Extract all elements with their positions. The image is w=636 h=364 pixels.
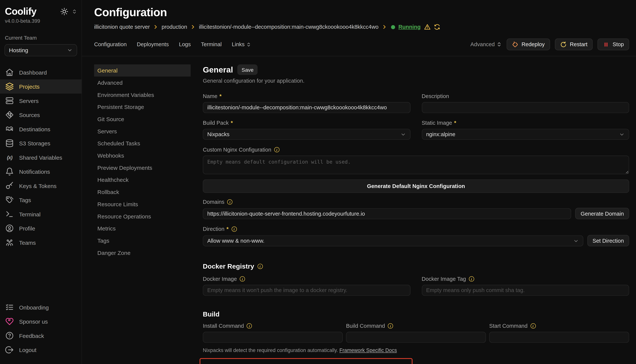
subnav-rollback[interactable]: Rollback <box>94 186 190 198</box>
subnav-danger-zone[interactable]: Danger Zone <box>94 247 190 259</box>
save-button[interactable]: Save <box>238 64 258 75</box>
theme-selector-chevrons-icon[interactable] <box>72 9 77 14</box>
users-icon <box>5 238 14 246</box>
database-icon <box>5 139 14 148</box>
subnav-advanced[interactable]: Advanced <box>94 77 190 89</box>
sidebar-item-destinations[interactable]: Destinations <box>0 122 82 136</box>
breadcrumb-environment[interactable]: production <box>161 24 187 30</box>
advanced-dropdown[interactable]: Advanced <box>470 41 502 47</box>
help-circle-icon <box>5 331 14 340</box>
warning-triangle-icon[interactable] <box>424 24 431 30</box>
static-image-select[interactable]: nginx:alpine <box>421 129 629 140</box>
tab-links-label: Links <box>232 41 245 47</box>
subnav-environment-variables[interactable]: Environment Variables <box>94 89 190 101</box>
chevron-right-icon <box>190 24 195 30</box>
sidebar-item-dashboard[interactable]: Dashboard <box>0 65 82 79</box>
sidebar-item-sponsor-us[interactable]: Sponsor us <box>0 314 82 328</box>
sidebar-item-s3-storages[interactable]: S3 Storages <box>0 136 82 150</box>
sidebar-item-keys-tokens[interactable]: Keys & Tokens <box>0 178 82 193</box>
tab-links[interactable]: Links <box>232 41 251 47</box>
restart-label: Restart <box>570 41 587 47</box>
sidebar-item-terminal[interactable]: Terminal <box>0 207 82 221</box>
subnav-general[interactable]: General <box>94 64 190 77</box>
subnav-git-source[interactable]: Git Source <box>94 113 190 125</box>
sidebar-item-label: Destinations <box>19 126 50 132</box>
description-label: Description <box>421 93 449 99</box>
sun-icon[interactable] <box>60 8 68 16</box>
build-command-label: Build Command <box>346 323 385 329</box>
generate-nginx-button[interactable]: Generate Default Nginx Configuration <box>203 180 629 193</box>
chevron-right-icon <box>153 24 158 30</box>
sidebar-item-label: S3 Storages <box>19 140 50 146</box>
build-pack-select[interactable]: Nixpacks <box>203 129 410 140</box>
sidebar-item-shared-variables[interactable]: (x) Shared Variables <box>0 150 82 164</box>
sidebar-item-logout[interactable]: Logout <box>0 343 82 357</box>
refresh-icon[interactable] <box>434 24 440 30</box>
breadcrumb-project[interactable]: illicitonion quote server <box>94 24 150 30</box>
sidebar-item-servers[interactable]: Servers <box>0 94 82 108</box>
subnav-preview-deployments[interactable]: Preview Deployments <box>94 162 190 174</box>
tab-deployments[interactable]: Deployments <box>137 41 169 47</box>
stop-label: Stop <box>613 41 624 47</box>
custom-nginx-label: Custom Nginx Configuration <box>203 147 271 153</box>
info-icon: i <box>232 226 237 232</box>
framework-docs-link[interactable]: Framework Specific Docs <box>339 348 397 353</box>
generate-domain-button[interactable]: Generate Domain <box>575 208 629 219</box>
sidebar-item-label: Dashboard <box>19 69 47 76</box>
tab-logs[interactable]: Logs <box>179 41 191 47</box>
sidebar-item-tags[interactable]: Tags <box>0 193 82 207</box>
sidebar-item-feedback[interactable]: Feedback <box>0 328 82 342</box>
build-command-input[interactable] <box>346 332 486 343</box>
sidebar-item-profile[interactable]: Profile <box>0 221 82 235</box>
direction-select[interactable]: Allow www & non-www. <box>203 235 583 246</box>
restart-button[interactable]: Restart <box>555 38 593 50</box>
start-command-input[interactable] <box>489 332 629 343</box>
redeploy-label: Redeploy <box>521 41 545 47</box>
sidebar-item-sources[interactable]: Sources <box>0 108 82 122</box>
stop-pause-icon <box>603 41 609 48</box>
redeploy-button[interactable]: Redeploy <box>506 38 550 50</box>
subnav-webhooks[interactable]: Webhooks <box>94 150 190 162</box>
stop-button[interactable]: Stop <box>598 38 629 50</box>
sidebar-item-notifications[interactable]: Notifications <box>0 164 82 178</box>
tab-terminal[interactable]: Terminal <box>201 41 222 47</box>
sidebar-item-label: Notifications <box>19 168 50 175</box>
install-command-input[interactable] <box>203 332 343 343</box>
highlight-annotation-box <box>199 358 412 364</box>
breadcrumb-application[interactable]: illicitestonion/-module--decomposition:m… <box>199 24 378 30</box>
terminal-icon <box>5 210 14 218</box>
subnav-resource-operations[interactable]: Resource Operations <box>94 210 190 222</box>
custom-nginx-textarea[interactable] <box>203 156 629 174</box>
subnav-tags[interactable]: Tags <box>94 234 190 247</box>
docker-image-input[interactable] <box>203 285 410 296</box>
sidebar-item-teams[interactable]: Teams <box>0 235 82 250</box>
status-running-link[interactable]: Running <box>398 24 420 30</box>
docker-image-tag-label: Docker Image Tag <box>421 276 466 282</box>
team-select[interactable]: Hosting <box>5 44 77 56</box>
domains-input[interactable] <box>203 208 571 219</box>
settings-subnav: General Advanced Environment Variables P… <box>94 64 190 364</box>
description-input[interactable] <box>421 102 629 113</box>
sidebar-item-label: Servers <box>19 98 39 104</box>
subnav-persistent-storage[interactable]: Persistent Storage <box>94 101 190 113</box>
required-mark: * <box>454 120 456 126</box>
name-input[interactable] <box>203 102 410 113</box>
docker-image-tag-input[interactable] <box>421 285 629 296</box>
sidebar-item-projects[interactable]: Projects <box>0 80 82 94</box>
subnav-resource-limits[interactable]: Resource Limits <box>94 198 190 210</box>
status-dot <box>391 25 395 29</box>
build-pack-label: Build Pack <box>203 120 229 126</box>
subnav-healthcheck[interactable]: Healthcheck <box>94 174 190 186</box>
subnav-scheduled-tasks[interactable]: Scheduled Tasks <box>94 137 190 150</box>
info-icon: i <box>274 147 279 152</box>
server-icon <box>5 96 14 105</box>
subnav-servers[interactable]: Servers <box>94 125 190 138</box>
sidebar-item-label: Keys & Tokens <box>19 182 56 189</box>
direction-label: Direction <box>203 226 225 232</box>
git-source-icon <box>5 111 14 119</box>
set-direction-button[interactable]: Set Direction <box>587 235 629 246</box>
tab-configuration[interactable]: Configuration <box>94 41 127 47</box>
info-icon: i <box>258 264 263 269</box>
sidebar-item-onboarding[interactable]: Onboarding <box>0 300 82 314</box>
subnav-metrics[interactable]: Metrics <box>94 222 190 234</box>
